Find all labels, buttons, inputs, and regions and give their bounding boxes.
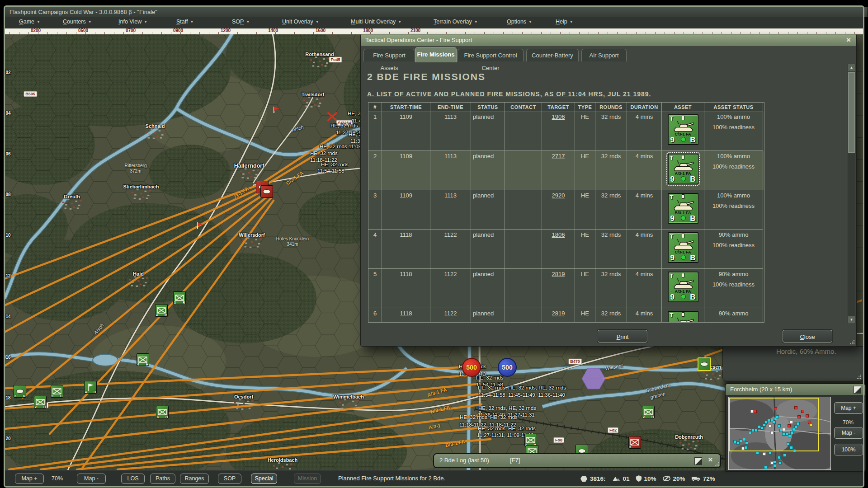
menu-item-help[interactable]: Help▼ — [556, 19, 573, 25]
map-unit-counter[interactable]: 3R — [173, 291, 186, 304]
chevron-down-icon: ▼ — [398, 20, 401, 24]
end-time: 1122 — [430, 230, 471, 269]
toolbar-button-special[interactable]: Special — [251, 474, 277, 484]
page-title: 2 BDE FIRE MISSIONS — [367, 71, 486, 82]
table-row[interactable]: 111091113planned1906HE32 rnds4 minsTC/3-… — [368, 112, 764, 151]
contact — [505, 151, 542, 190]
minimap-view[interactable] — [728, 397, 831, 470]
map-unit-counter[interactable]: 4H — [156, 406, 169, 418]
map-unit-counter[interactable] — [698, 357, 711, 371]
tab-fire-missions[interactable]: Fire Missions — [415, 47, 457, 62]
duration: 4 mins — [627, 151, 662, 190]
asset-counter[interactable]: TC/3-1 FA9B — [668, 232, 698, 263]
contact — [505, 112, 542, 151]
table-scrollbar[interactable]: ▲ ▼ — [848, 64, 855, 324]
map-unit-counter[interactable]: 4R — [155, 304, 168, 317]
map-unit-counter[interactable] — [260, 185, 273, 198]
mission-number: 4 — [368, 230, 382, 269]
minimap-unit-dot — [790, 431, 793, 434]
target-cell: 1906 — [542, 112, 575, 151]
start-time: 1118 — [382, 269, 430, 308]
toolbar-button-map-+[interactable]: Map + — [15, 474, 44, 484]
menu-item-staff[interactable]: Staff▼ — [176, 19, 193, 25]
menu-item-sop[interactable]: SOP▼ — [232, 19, 250, 25]
table-row[interactable]: 311091113planned2920HE32 rnds4 minsTB/3-… — [368, 190, 764, 230]
chevron-down-icon: ▼ — [246, 20, 250, 24]
scrollbar-thumb[interactable] — [848, 72, 855, 153]
menu-item-info-view[interactable]: Info View▼ — [118, 19, 147, 25]
hexagon-icon — [580, 475, 588, 483]
minimap-title-bar[interactable]: Forchheim (20 x 15 km) — [726, 384, 865, 395]
resize-grip-icon[interactable] — [849, 339, 854, 344]
table-row[interactable]: 611181122planned2819HE32 rnds4 minsTB/3-… — [368, 308, 764, 323]
minimap-unit-dot — [751, 429, 755, 432]
map-unit-counter[interactable]: 4H — [137, 353, 149, 366]
print-button[interactable]: Print — [598, 330, 647, 343]
rounds: 32 rnds — [595, 308, 627, 323]
map-unit-counter[interactable]: 4H — [84, 381, 97, 394]
toolbar-button-paths[interactable]: Paths — [150, 474, 175, 484]
tab-fire-support-control-center[interactable]: Fire Support Control Center — [458, 49, 524, 61]
menu-item-options[interactable]: Options▼ — [507, 19, 532, 25]
window-title-bar[interactable]: Flashpoint Campaigns Cold War - 3.0.0.98… — [5, 7, 868, 17]
toolbar-button-los[interactable]: LOS — [121, 474, 145, 484]
asset-counter[interactable]: TC/3-1 FA9B — [668, 114, 698, 145]
minimap-button-100-[interactable]: 100% — [834, 444, 863, 455]
map-unit-counter[interactable]: 2H — [34, 396, 47, 408]
asset-counter[interactable]: TA/3-1 FA9B — [668, 154, 698, 184]
ruler-label: 2100 — [410, 28, 420, 33]
minimap-unit-dot — [782, 432, 785, 436]
menu-item-unit-overlay[interactable]: Unit Overlay▼ — [282, 19, 319, 25]
target-hex-link[interactable]: 1806 — [552, 231, 565, 238]
toolbar-button-sop[interactable]: SOP — [218, 474, 241, 484]
dialog-title-bar[interactable]: Tactical Operations Center - Fire Suppor… — [361, 34, 856, 46]
collapse-panel-icon[interactable] — [854, 386, 861, 394]
map-unit-counter[interactable]: 2H — [642, 406, 655, 418]
target-hex-link[interactable]: 2920 — [552, 192, 565, 199]
target-hex-link[interactable]: 2819 — [552, 310, 565, 317]
map-unit-counter[interactable]: 3R — [14, 385, 26, 398]
table-row[interactable]: 411181122planned1806HE32 rnds4 minsTC/3-… — [368, 230, 764, 269]
asset-counter[interactable]: TA/3-1 FA9B — [668, 272, 698, 302]
minimap-zoom-label-70-: 70% — [834, 419, 862, 426]
rounds: 32 rnds — [595, 190, 627, 230]
chevron-down-icon: ▼ — [570, 20, 573, 24]
menu-item-terrain-overlay[interactable]: Terrain Overlay▼ — [434, 19, 478, 25]
target-hex-link[interactable]: 2717 — [552, 153, 565, 160]
table-row[interactable]: 511181122planned2819HE32 rnds4 minsTA/3-… — [368, 269, 764, 308]
bde-log-bar[interactable]: 2 Bde Log (last 50) [F7] ✕ — [433, 453, 721, 468]
minimap-title: Forchheim (20 x 15 km) — [730, 386, 792, 393]
tab-counter-battery[interactable]: Counter-Battery — [526, 49, 579, 61]
scroll-down-icon[interactable]: ▼ — [848, 316, 855, 324]
asset-counter[interactable]: TB/3-1 FA9B — [668, 311, 698, 323]
collapse-panel-icon[interactable] — [694, 457, 702, 465]
minimap-button-map-[interactable]: Map + — [834, 402, 863, 414]
minimap-viewport-rect[interactable] — [729, 398, 819, 451]
dialog-close-icon[interactable]: ✕ — [844, 37, 853, 44]
resize-grip-icon[interactable] — [714, 461, 719, 466]
scroll-up-icon[interactable]: ▲ — [848, 64, 855, 71]
missions-list-subheading: A. LIST OF ACTIVE AND PLANNED FIRE MISSI… — [367, 90, 651, 98]
toolbar-button-ranges[interactable]: Ranges — [180, 474, 209, 484]
menu-item-counters[interactable]: Counters▼ — [63, 19, 92, 25]
minimap-unit-dot — [788, 424, 791, 427]
minimap-button-map-[interactable]: Map - — [834, 427, 863, 439]
map-unit-counter[interactable]: 3M — [524, 434, 537, 446]
target-hex-link[interactable]: 1906 — [552, 113, 565, 120]
tab-air-support[interactable]: Air Support — [581, 49, 627, 61]
resize-grip-icon[interactable] — [856, 374, 861, 379]
asset-counter[interactable]: TB/3-1 FA9B — [668, 193, 698, 224]
tab-fire-support-assets[interactable]: Fire Support Assets — [363, 49, 415, 61]
map-unit-counter[interactable]: 9H — [51, 385, 63, 398]
menu-item-game[interactable]: Game▼ — [19, 19, 40, 25]
table-row[interactable]: 211091113planned2717HE32 rnds4 minsTA/3-… — [368, 151, 764, 190]
target-hex-link[interactable]: 2819 — [552, 271, 565, 277]
column-header: START-TIME — [382, 103, 430, 112]
start-time: 1109 — [382, 190, 430, 230]
menu-item-multi-unit-overlay[interactable]: Multi-Unit Overlay▼ — [351, 19, 401, 25]
asset-status: 100% ammo100% readiness — [704, 112, 763, 151]
log-close-icon[interactable]: ✕ — [708, 456, 713, 463]
map-unit-counter[interactable]: 3 — [628, 436, 641, 449]
toolbar-button-map--[interactable]: Map - — [77, 474, 106, 484]
close-button[interactable]: Close — [783, 330, 832, 343]
